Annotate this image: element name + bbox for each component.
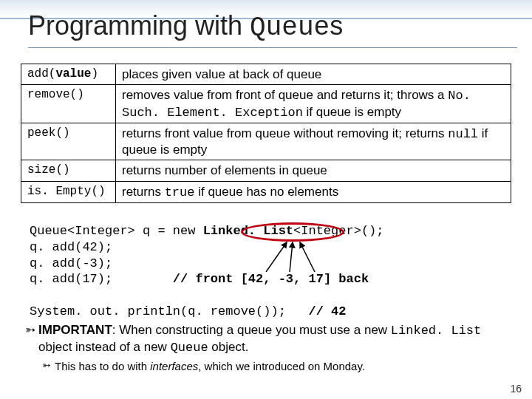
desc-text: returns number of elements in queue [122, 163, 327, 177]
sig-arg: value [55, 67, 91, 81]
method-sig: remove() [21, 85, 116, 123]
method-desc: places given value at back of queue [116, 64, 511, 85]
note-text: , which we introduced on Monday. [198, 360, 365, 372]
important-note: ➳ IMPORTANT: When constructing a queue y… [22, 322, 513, 373]
desc-mono: null [448, 127, 478, 141]
code-sample: Queue<Integer> q = new Linked. List<Inte… [30, 223, 383, 320]
note-sub-body: This has to do with interfaces, which we… [55, 359, 365, 373]
code-comment: // front [42, -3, 17] back [173, 272, 369, 286]
note-text: object. [208, 340, 249, 354]
desc-text: if queue has no elements [194, 185, 338, 199]
code-text: Queue<Integer> q = new [30, 224, 203, 238]
code-comment: // 42 [308, 304, 346, 318]
desc-text: places given value at back of queue [122, 67, 321, 81]
slide-title: Programming with Queues [28, 10, 517, 48]
method-desc: returns true if queue has no elements [116, 181, 511, 202]
sig-pre: is. Empty() [27, 185, 106, 198]
sig-pre: size() [27, 163, 70, 177]
code-text: <Integer>(); [293, 224, 383, 238]
table-row: is. Empty() returns true if queue has no… [21, 181, 511, 202]
page-number: 16 [510, 383, 522, 395]
code-text: System. out. println(q. remove()); [30, 304, 308, 318]
note-text: This has to do with [55, 360, 150, 372]
note-body: IMPORTANT: When constructing a queue you… [38, 322, 513, 356]
sig-pre: add( [27, 67, 55, 81]
title-prefix: Programming with [28, 10, 250, 41]
sig-post: ) [91, 67, 98, 81]
sig-pre: peek() [27, 126, 70, 140]
code-text: q. add(-3); [30, 256, 112, 270]
note-mono: Linked. List [391, 324, 481, 338]
method-sig: is. Empty() [21, 181, 116, 202]
title-mono: Queue [250, 13, 330, 43]
method-desc: returns front value from queue without r… [116, 123, 511, 160]
code-text: q. add(17); [30, 272, 173, 286]
note-text: : When constructing a queue you must use… [112, 323, 391, 337]
method-sig: size() [21, 160, 116, 181]
bullet-icon: ➳ [38, 359, 55, 373]
note-mono: Queue [171, 341, 208, 355]
note-main: ➳ IMPORTANT: When constructing a queue y… [22, 322, 513, 356]
note-sub: ➳ This has to do with interfaces, which … [38, 359, 513, 373]
desc-text: removes value from front of queue and re… [122, 88, 448, 102]
note-text: object instead of a new [38, 340, 171, 354]
table-row: remove() removes value from front of que… [21, 85, 511, 123]
code-text: q. add(42); [30, 240, 112, 254]
desc-text: returns front value from queue without r… [122, 126, 448, 140]
desc-mono: true [165, 185, 195, 200]
desc-text: if queue is empty [303, 105, 401, 119]
methods-table: add(value) places given value at back of… [21, 64, 511, 203]
bullet-icon: ➳ [22, 322, 38, 356]
note-italic: interfaces [150, 360, 198, 372]
method-desc: removes value from front of queue and re… [116, 85, 511, 123]
method-sig: peek() [21, 123, 116, 160]
method-desc: returns number of elements in queue [116, 160, 511, 181]
code-bold: Linked. List [203, 224, 293, 238]
sig-pre: remove() [27, 88, 84, 101]
table-row: peek() returns front value from queue wi… [21, 123, 511, 160]
method-sig: add(value) [21, 64, 116, 85]
table-row: size() returns number of elements in que… [21, 160, 511, 181]
desc-text: returns [122, 185, 165, 199]
title-suffix: s [330, 10, 343, 41]
note-lead: IMPORTANT [38, 323, 112, 337]
table-row: add(value) places given value at back of… [21, 64, 511, 85]
